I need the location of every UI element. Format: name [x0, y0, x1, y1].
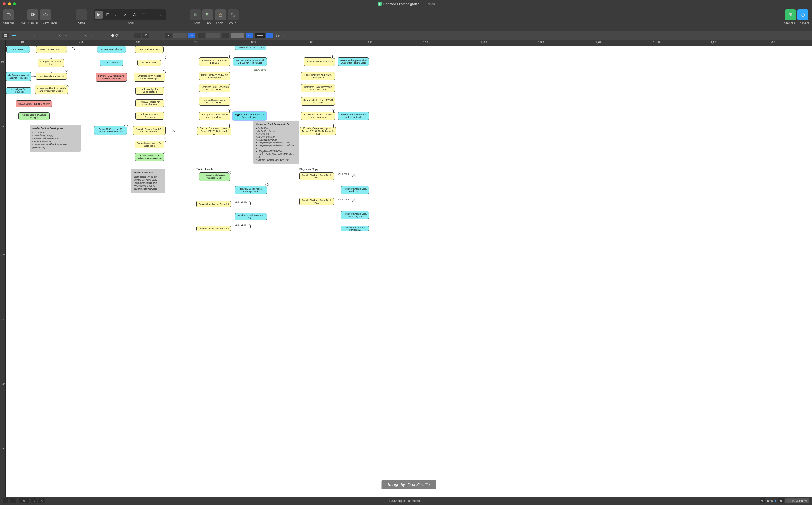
- note-master-asset-set[interactable]: Master Asset Set Total assets will be 50…: [131, 169, 165, 193]
- node-review-approve-final-cut[interactable]: Review and Approve Final Cut 3.0 for Pic…: [233, 57, 267, 66]
- node-create-playbook-v2[interactable]: Create Playbook Copy Deck V2.0: [299, 197, 334, 205]
- shape-tool-button[interactable]: [104, 11, 112, 19]
- node-review-playbook-v1[interactable]: Review Playbook Copy Deck 1.0...: [341, 186, 369, 194]
- horizontal-ruler[interactable]: 4005006007008009001,0001,1001,2001,3001,…: [6, 40, 812, 46]
- new-layer-button[interactable]: [40, 9, 51, 20]
- h-stepper-icon[interactable]: ◇: [85, 34, 87, 37]
- node-order-captions[interactable]: Order Captions and Audio Descriptions: [199, 72, 230, 80]
- pen-tool-button[interactable]: [130, 11, 138, 19]
- new-canvas-button[interactable]: [27, 9, 38, 20]
- node-review-approve-60s[interactable]: Review and Approve Final Cut 3.0 for Pic…: [338, 57, 369, 66]
- node-deliverables-partial[interactable]: ate Deliverables List against Requests: [6, 72, 31, 81]
- diagram-tool-button[interactable]: [139, 11, 147, 19]
- node-onlocation-yellow[interactable]: On-Location Shoots: [135, 46, 164, 53]
- zoom-dropdown-icon[interactable]: ▾: [775, 499, 777, 503]
- node-compile-master-shot-list[interactable]: Compile Master Shot List: [38, 59, 64, 67]
- send-to-back-button[interactable]: [202, 9, 213, 20]
- fit-in-window-button[interactable]: Fit in Window: [785, 498, 809, 503]
- node-review-raw-assets[interactable]: Review RAW Assets and Provide Guidance: [96, 72, 127, 81]
- node-encode-deliver[interactable]: Encode, Compress, Upload, Deliver EP101 …: [197, 127, 231, 135]
- note-master-deck[interactable]: Master Deck at Development: Core Story O…: [30, 125, 81, 152]
- node-select-25-clips[interactable]: Select 25 Clips and 50 Photos from Revie…: [94, 126, 127, 135]
- vguide-icon[interactable]: ⟙: [37, 33, 43, 38]
- node-onlocation-cyan[interactable]: On-Location Shoots: [97, 46, 126, 53]
- node-pull-50-clips[interactable]: Pull 50 Clips for Consideration: [135, 87, 164, 95]
- node-final-cut-60s[interactable]: Final Cut EP101 60s V3.0: [304, 57, 335, 66]
- stroke-width-stepper-icon[interactable]: ◇: [282, 34, 284, 37]
- shadow-none-button[interactable]: [222, 33, 229, 38]
- flip-v-button[interactable]: ⇵: [142, 33, 149, 38]
- eye-dropper-button[interactable]: ⦸: [19, 498, 29, 503]
- stroke-none-button[interactable]: [198, 33, 204, 38]
- node-qa-checks[interactable]: Quality Assurance Checks EP101 Full V6.0: [199, 112, 230, 120]
- node-color-correct-deliver[interactable]: Color Correct and Deliver Master Asset S…: [135, 153, 164, 161]
- fill-none-button[interactable]: [165, 33, 172, 38]
- point-edit-tool-button[interactable]: [148, 11, 156, 19]
- node-mix-master-audio[interactable]: Mix and Master Audio EP101 Full V5.0: [199, 97, 230, 106]
- text-tool-button[interactable]: A: [122, 11, 129, 19]
- selection-tool-button[interactable]: [95, 11, 103, 19]
- style-well-button[interactable]: [76, 9, 87, 20]
- node-create-workback-budget[interactable]: Create Workback Schedule and Production …: [35, 85, 68, 94]
- note-specs-deliverable[interactable]: Specs for Final Deliverable Set: 4K ProR…: [254, 121, 299, 164]
- align-menu-icon[interactable]: [2, 33, 9, 38]
- node-studio-yellow[interactable]: Studio Shoots: [137, 59, 161, 66]
- hguide-icon[interactable]: ⟼: [10, 33, 17, 38]
- node-create-social-concept[interactable]: Create Social Asset Concept Deck: [199, 172, 230, 181]
- flip-h-button[interactable]: ⇋: [134, 33, 141, 38]
- vertical-ruler[interactable]: 9001,0001,1001,2001,3001,4001,500: [0, 46, 6, 497]
- outline-view-button[interactable]: [3, 498, 8, 503]
- node-compile-deliverables-list[interactable]: Compile Deliverables List: [35, 73, 67, 80]
- node-organize-raw-assets[interactable]: Organize RAW Assets Order Transcripts: [134, 72, 165, 81]
- node-create-final-cut-v3[interactable]: Create Final Cut EP101 Full V3.0: [199, 57, 230, 66]
- close-window-button[interactable]: [3, 2, 6, 5]
- node-encode-deliver-60s[interactable]: Encode, Compress, Upload, Deliver EP101 …: [300, 127, 336, 135]
- node-review-accept-60s[interactable]: Review and Accept Final Cut for Distribu…: [338, 112, 369, 120]
- line-end-dropdown-button[interactable]: [266, 33, 273, 38]
- node-pull-departmental[interactable]: Pull Departmental Requests: [135, 112, 164, 120]
- canvas[interactable]: Requests Create Request Shot List 1 Comp…: [6, 46, 812, 497]
- zoom-out-button[interactable]: [760, 498, 766, 503]
- expand-tools-button[interactable]: [157, 11, 165, 19]
- node-order-captions-60s[interactable]: Order Captions and Audio Descriptions: [301, 72, 335, 80]
- node-compile-review-set[interactable]: Compile Review Asset Set for Considerati…: [133, 126, 166, 135]
- connection-style-button[interactable]: ↳: [38, 498, 45, 503]
- node-review-social-v1[interactable]: Review Social Asset Set 1.0...: [234, 213, 267, 220]
- line-end-well[interactable]: [255, 33, 265, 38]
- ruler-origin-corner[interactable]: [0, 40, 6, 46]
- node-budgets-partial[interactable]: o Budgets for Requests: [6, 87, 31, 94]
- node-mix-master-60s[interactable]: Mix and Master Audio EP101 60s V5.0: [301, 97, 335, 106]
- x-stepper-icon[interactable]: ◇: [33, 34, 35, 37]
- node-complete-color-60s[interactable]: Complete Color Correction EP101 60s V4.0: [301, 84, 335, 93]
- rotation-knob-icon[interactable]: [111, 34, 114, 37]
- node-complete-color-correction[interactable]: Complete Color Correction EP101 Full V4.…: [199, 84, 230, 93]
- stroke-style-dropdown-button[interactable]: [246, 33, 253, 38]
- node-master-deck-review[interactable]: Master Deck / Planning Review: [16, 100, 52, 107]
- minimize-window-button[interactable]: [8, 2, 11, 5]
- inspect-button[interactable]: [797, 9, 808, 20]
- line-tool-button[interactable]: [113, 11, 121, 19]
- node-create-request-shot-list[interactable]: Create Request Shot List: [35, 46, 67, 53]
- node-review-accept-playbook[interactable]: Review and Accept Playbook...: [341, 226, 369, 231]
- node-studio-cyan[interactable]: Studio Shoots: [100, 59, 123, 66]
- maximize-window-button[interactable]: [13, 2, 16, 5]
- fill-color-well[interactable]: [173, 33, 187, 38]
- group-button[interactable]: [227, 9, 238, 20]
- text-style-button[interactable]: A: [31, 498, 37, 503]
- stencils-button[interactable]: [785, 9, 796, 20]
- node-pull-100-photos[interactable]: Pull 100 Photos for Consideration: [135, 99, 164, 107]
- node-review-social-concept[interactable]: Review Social Asset Concept Deck: [234, 186, 267, 194]
- lock-button[interactable]: [215, 9, 226, 20]
- fill-dropdown-button[interactable]: [188, 33, 195, 38]
- node-review-final-cut-top[interactable]: Review Final Cut 3.0, 2.1: [235, 46, 267, 50]
- toggle-sidebar-button[interactable]: [3, 9, 14, 20]
- node-create-social-v2[interactable]: Create Social Asset Set V2.0: [196, 226, 231, 231]
- node-create-playbook-v1[interactable]: Create Playbook Copy Deck V1.0: [299, 172, 334, 180]
- layers-view-button[interactable]: [10, 498, 16, 503]
- node-qa-checks-60s[interactable]: Quality Assurance Checks EP101 60s V6.0: [301, 112, 335, 120]
- node-create-social-v1[interactable]: Create Social Asset Set V1.0: [196, 201, 231, 207]
- w-stepper-icon[interactable]: ◇: [59, 34, 61, 37]
- zoom-in-button[interactable]: [778, 498, 784, 503]
- node-review-accept-distribution-selected[interactable]: Review and Accept Final Cut for Distribu…: [232, 112, 267, 120]
- bring-to-front-button[interactable]: [190, 9, 201, 20]
